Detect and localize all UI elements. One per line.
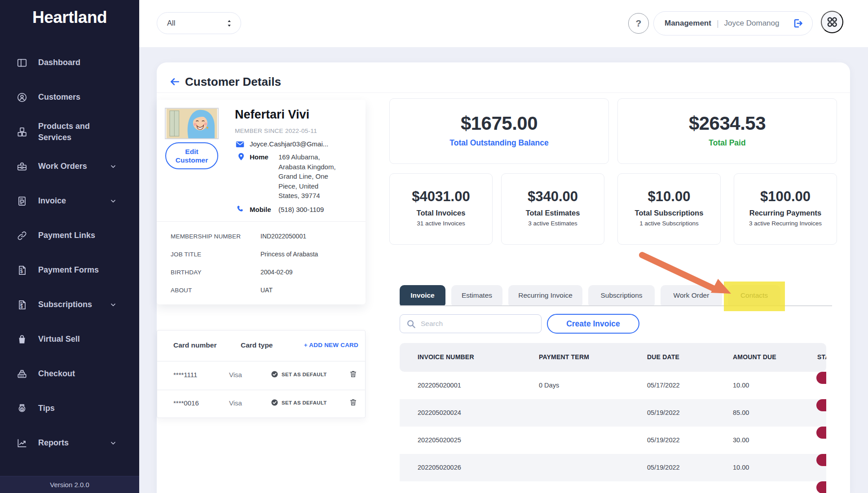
invoice-search (400, 314, 542, 333)
user-menu[interactable]: Management | Joyce Domanog (653, 11, 813, 35)
help-button[interactable]: ? (628, 13, 649, 34)
tab-invoice[interactable]: Invoice (400, 285, 445, 306)
back-arrow-icon[interactable] (169, 76, 181, 88)
cell-due-date: 05/17/2022 (647, 372, 680, 399)
divider (157, 92, 850, 93)
check-circle-icon (271, 399, 278, 406)
status-badge (816, 427, 826, 439)
divider: | (717, 19, 719, 28)
col-amount-due: AMOUNT DUE (733, 353, 776, 361)
status-badge (816, 481, 826, 493)
invoice-row[interactable]: 202205020025 05/19/2022 30.00 (400, 427, 826, 454)
sidebar-item-checkout[interactable]: Checkout (0, 357, 139, 391)
sidebar-item-invoice[interactable]: Invoice (0, 184, 139, 218)
cell-due-date: 05/19/2022 (647, 399, 680, 427)
card-type: Visa (229, 371, 242, 379)
cell-amount-due: 10.00 (733, 372, 749, 399)
detail-row: BIRTHDAY2004-02-09 (171, 269, 359, 278)
create-invoice-button[interactable]: Create Invoice (547, 314, 639, 334)
sidebar-item-payment-forms[interactable]: $ Payment Forms (0, 253, 139, 287)
sidebar: Heartland Dashboard Customers Products a… (0, 0, 139, 493)
sidebar-item-label: Products and Services (38, 121, 106, 143)
stat-amount: $1675.00 (390, 113, 608, 134)
delete-card-icon[interactable] (349, 397, 357, 407)
cell-amount-due: 10.00 (733, 454, 749, 481)
card-type-header: Card type (241, 341, 273, 349)
chevron-down-icon (110, 440, 117, 447)
email-icon (235, 140, 245, 149)
customer-email: Joyce.Cashjar03@Gmai... (250, 140, 362, 148)
stat-recurring-payments: $100.00 Recurring Payments 3 active Recu… (734, 173, 837, 245)
location-filter-select[interactable]: All (157, 12, 241, 34)
sidebar-item-label: Payment Forms (38, 264, 99, 276)
col-status: STATUS (817, 353, 826, 361)
stat-label: Total Subscriptions (618, 209, 720, 217)
sidebar-item-subscriptions[interactable]: $ Subscriptions (0, 287, 139, 322)
saved-cards-header: Card number Card type + ADD NEW CARD (157, 330, 366, 361)
invoice-icon (16, 195, 28, 207)
chevron-down-icon (110, 198, 117, 205)
sidebar-item-label: Customers (38, 92, 80, 103)
invoice-row[interactable]: 202205020001 0 Days 05/17/2022 10.00 (400, 372, 826, 399)
location-pin-icon (237, 152, 246, 162)
cell-amount-due: 30.00 (733, 427, 749, 454)
stat-sublabel: 1 active Subscriptions (618, 220, 720, 227)
logout-icon[interactable] (792, 18, 804, 29)
address-type-label: Home (250, 153, 269, 161)
sidebar-item-label: Checkout (38, 368, 75, 379)
link-icon (16, 230, 28, 242)
sidebar-item-label: Invoice (38, 195, 66, 207)
sidebar-item-work-orders[interactable]: Work Orders (0, 149, 139, 184)
apps-grid-button[interactable] (821, 11, 843, 33)
phone-type-label: Mobile (250, 206, 271, 213)
tab-estimates[interactable]: Estimates (451, 285, 502, 306)
card-number: ****1111 (173, 371, 197, 379)
stat-label: Total Outstanding Balance (390, 138, 608, 148)
products-icon (16, 126, 28, 138)
sidebar-item-products-services[interactable]: Products and Services (0, 114, 139, 149)
sidebar-item-virtual-sell[interactable]: Virtual Sell (0, 322, 139, 357)
customers-icon (16, 92, 28, 103)
sidebar-item-label: Subscriptions (38, 299, 92, 310)
invoice-row[interactable]: 202205020026 05/19/2022 10.00 (400, 454, 826, 481)
customer-phone: (518) 300-1109 (278, 206, 324, 213)
stat-amount: $10.00 (618, 189, 720, 205)
set-default-button[interactable]: SET AS DEFAULT (271, 370, 327, 378)
add-new-card-button[interactable]: + ADD NEW CARD (304, 342, 358, 348)
customer-name: Nefertari Vivi (235, 108, 309, 122)
search-input[interactable] (421, 315, 538, 332)
sort-arrows-icon (226, 19, 233, 27)
shopping-bag-icon (16, 334, 28, 345)
sidebar-item-reports[interactable]: Reports (0, 426, 139, 460)
sidebar-item-tips[interactable]: $ Tips (0, 391, 139, 426)
stat-sublabel: 31 active Invoices (390, 220, 492, 227)
col-invoice-number: INVOICE NUMBER (418, 353, 474, 361)
sidebar-item-label: Virtual Sell (38, 334, 80, 345)
stat-amount: $4031.00 (390, 189, 492, 205)
customer-avatar (165, 108, 219, 139)
tab-work-order[interactable]: Work Order (661, 285, 722, 306)
tab-recurring-invoice[interactable]: Recurring Invoice (508, 285, 582, 306)
cell-invoice-number: 202205020026 (418, 454, 461, 481)
sidebar-item-payment-links[interactable]: Payment Links (0, 218, 139, 253)
chevron-down-icon (110, 301, 117, 308)
delete-card-icon[interactable] (349, 369, 357, 379)
detail-row: JOB TITLEPrincess of Arabasta (171, 251, 359, 260)
cash-register-icon (16, 368, 28, 380)
tab-subscriptions[interactable]: Subscriptions (588, 285, 655, 306)
invoice-row[interactable]: 202205020024 05/19/2022 85.00 (400, 399, 826, 427)
sidebar-item-customers[interactable]: Customers (0, 80, 139, 114)
search-icon (406, 319, 416, 329)
tab-contacts[interactable]: Contacts (728, 285, 780, 306)
sidebar-item-dashboard[interactable]: Dashboard (0, 45, 139, 80)
stat-label: Total Estimates (502, 209, 604, 217)
subscription-icon: $ (16, 299, 28, 311)
toolbox-icon (16, 161, 28, 172)
stat-total-invoices: $4031.00 Total Invoices 31 active Invoic… (389, 173, 493, 245)
invoice-row-partial[interactable] (400, 481, 826, 493)
stat-label: Total Paid (618, 138, 837, 148)
set-default-button[interactable]: SET AS DEFAULT (271, 399, 327, 406)
stat-outstanding-balance: $1675.00 Total Outstanding Balance (389, 98, 609, 164)
edit-customer-button[interactable]: Edit Customer (165, 142, 218, 169)
tip-jar-icon: $ (16, 403, 28, 414)
